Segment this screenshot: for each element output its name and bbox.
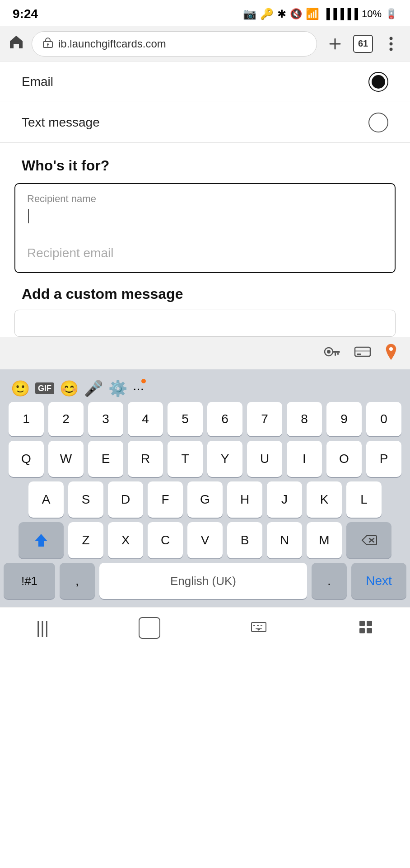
key-c[interactable]: C [148,522,183,558]
key-u[interactable]: U [247,441,282,477]
key-d[interactable]: D [108,481,143,518]
key-i[interactable]: I [287,441,322,477]
card-autofill-icon[interactable] [354,345,371,362]
svg-point-16 [389,347,393,351]
key-5[interactable]: 5 [168,402,203,436]
recipient-name-field[interactable]: Recipient name [15,184,395,234]
microphone-icon[interactable]: 🎤 [84,379,103,397]
key-h[interactable]: H [227,481,262,518]
recipient-email-field[interactable]: Recipient email [15,234,395,272]
status-time: 9:24 [13,7,38,21]
browser-chrome: ib.launchgiftcards.com 61 [0,26,410,61]
next-key[interactable]: Next [351,563,406,599]
new-tab-button[interactable] [324,33,346,55]
keyboard: 🙂 GIF 😊 🎤 ⚙️ ··· 1 2 3 4 5 6 7 8 9 0 Q W… [0,369,410,607]
text-message-radio[interactable] [368,113,388,132]
key-l[interactable]: L [346,481,382,518]
key-2[interactable]: 2 [48,402,84,436]
browser-menu-button[interactable] [380,33,402,55]
signal-icon: ▐▐▐▐▐ [323,8,358,20]
camera-icon: 📷 [243,8,256,20]
key-v[interactable]: V [187,522,223,558]
emoji-icon[interactable]: 😊 [60,379,79,397]
svg-rect-10 [333,351,340,353]
status-icons: 📷 🔑 ✱ 🔇 📶 ▐▐▐▐▐ 10% 🪫 [243,8,397,20]
keyboard-suggestions-bar: 🙂 GIF 😊 🎤 ⚙️ ··· [4,375,406,402]
radio-inner [372,75,385,89]
svg-point-1 [47,43,49,45]
key-t[interactable]: T [168,441,203,477]
svg-rect-14 [355,350,370,352]
custom-message-box[interactable] [14,310,396,337]
period-label: . [327,574,331,588]
key-a[interactable]: A [28,481,64,518]
key-p[interactable]: P [366,441,401,477]
comma-key[interactable]: , [60,563,95,599]
recipient-section-heading: Who's it for? [0,143,410,183]
nav-home-button[interactable] [139,617,160,639]
svg-rect-11 [337,353,339,355]
key-r[interactable]: R [128,441,163,477]
svg-point-7 [390,47,393,51]
gif-button[interactable]: GIF [35,384,54,393]
nav-back-button[interactable]: ||| [36,618,49,637]
key-e[interactable]: E [88,441,123,477]
svg-rect-25 [367,628,372,633]
nav-keyboard-hide-button[interactable] [250,619,268,637]
browser-home-button[interactable] [8,34,24,54]
settings-icon[interactable]: ⚙️ [108,379,127,397]
email-radio[interactable] [368,72,388,92]
period-key[interactable]: . [312,563,347,599]
key-k[interactable]: K [307,481,342,518]
recipient-name-input[interactable] [27,208,383,225]
bottom-row: !#1 , English (UK) . Next [4,563,406,599]
password-autofill-icon[interactable] [324,345,340,362]
key-n[interactable]: N [267,522,302,558]
key-q[interactable]: Q [9,441,44,477]
nav-grid-button[interactable] [358,619,374,637]
svg-point-5 [390,37,393,40]
key-4[interactable]: 4 [128,402,163,436]
key-x[interactable]: X [108,522,143,558]
notification-dot [141,379,146,383]
key-g[interactable]: G [187,481,223,518]
key-8[interactable]: 8 [287,402,322,436]
key-w[interactable]: W [48,441,84,477]
key-b[interactable]: B [227,522,262,558]
svg-point-9 [327,350,331,354]
symbols-key[interactable]: !#1 [4,563,55,599]
key-j[interactable]: J [267,481,302,518]
key-status-icon: 🔑 [260,8,274,20]
key-7[interactable]: 7 [247,402,282,436]
email-option-label: Email [22,75,53,89]
key-1[interactable]: 1 [9,402,44,436]
email-option[interactable]: Email [0,61,410,102]
key-0[interactable]: 0 [366,402,401,436]
key-z[interactable]: Z [68,522,103,558]
key-f[interactable]: F [148,481,183,518]
tab-switcher-button[interactable]: 61 [353,35,373,53]
svg-rect-23 [367,621,372,626]
svg-rect-22 [359,621,365,626]
more-options-icon[interactable]: ··· [133,381,144,396]
key-m[interactable]: M [307,522,342,558]
svg-rect-15 [357,354,361,355]
browser-url-bar[interactable]: ib.launchgiftcards.com [32,31,317,57]
key-9[interactable]: 9 [326,402,362,436]
key-o[interactable]: O [326,441,362,477]
recipient-email-placeholder: Recipient email [27,246,383,260]
text-message-option[interactable]: Text message [0,102,410,143]
key-6[interactable]: 6 [207,402,242,436]
wifi-icon: 📶 [306,8,319,20]
key-3[interactable]: 3 [88,402,123,436]
location-autofill-icon[interactable] [385,344,397,363]
symbols-label: !#1 [21,574,37,588]
sticker-icon[interactable]: 🙂 [11,379,30,397]
space-key[interactable]: English (UK) [99,563,307,599]
status-bar: 9:24 📷 🔑 ✱ 🔇 📶 ▐▐▐▐▐ 10% 🪫 [0,0,410,26]
key-y[interactable]: Y [207,441,242,477]
backspace-key[interactable] [346,522,391,558]
shift-key[interactable] [19,522,64,558]
keyboard-toolbar [0,337,410,369]
key-s[interactable]: S [68,481,103,518]
